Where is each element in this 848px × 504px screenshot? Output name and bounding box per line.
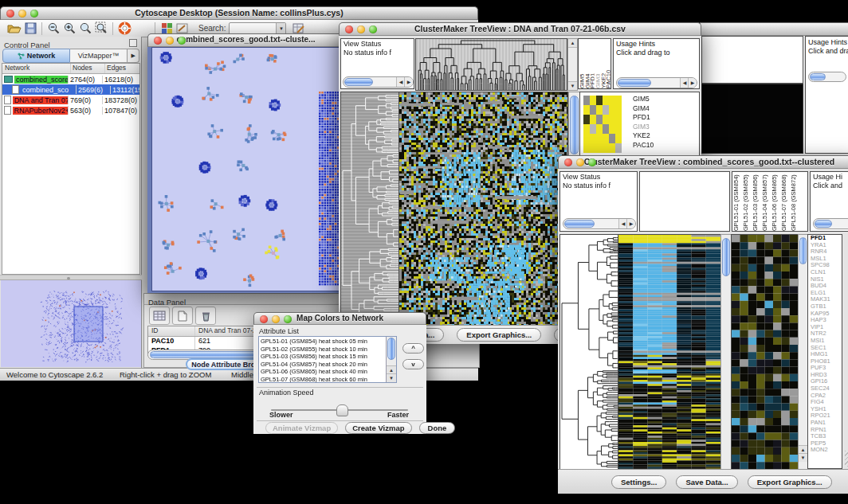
gene-label[interactable]: MON2 xyxy=(811,447,842,454)
tv1-column-label: GIM3 xyxy=(595,39,600,88)
resize-grip[interactable] xyxy=(845,451,848,467)
col-header-network[interactable]: Network xyxy=(2,64,71,73)
dp-col-id[interactable]: ID xyxy=(148,326,195,336)
attribute-list-item[interactable]: GPL51-02 (GSM855) heat shock 10 min xyxy=(261,346,396,354)
tv2-column-label: GPL51-04 (GSM857) xyxy=(761,172,771,231)
tv2-column-label: GPL51-07 (GSM868) xyxy=(780,172,790,231)
network-edges-count: 107847(0) xyxy=(103,107,139,115)
save-icon[interactable] xyxy=(22,21,38,37)
network-row[interactable]: combined_sco2569(6)13112(15) xyxy=(2,84,139,95)
tv1-mini-scrollbar[interactable]: ▲ ▼ xyxy=(567,38,578,91)
minimize-icon[interactable] xyxy=(576,158,584,166)
tv2-heatmap-vscrollbar[interactable] xyxy=(720,234,732,471)
tv2-row-dendrogram[interactable] xyxy=(559,234,619,471)
delete-attribute-icon[interactable] xyxy=(195,307,216,325)
float-panel-icon[interactable] xyxy=(129,39,137,47)
zoom-window-icon[interactable] xyxy=(369,25,377,33)
minimize-icon[interactable] xyxy=(18,10,26,18)
animate-vizmap-button[interactable]: Animate Vizmap xyxy=(265,422,338,434)
dialog-titlebar[interactable]: Map Colors to Network xyxy=(253,312,426,325)
zoom-in-icon[interactable] xyxy=(61,21,77,37)
attribute-list-item[interactable]: GPL51-06 (GSM865) heat shock 40 min xyxy=(261,368,396,376)
move-down-button[interactable]: v xyxy=(402,359,424,369)
minimize-icon[interactable] xyxy=(272,315,280,323)
tv1-column-dendrogram[interactable] xyxy=(415,38,567,91)
network-row[interactable]: RNAPuberNov2+563(0)107847(0) xyxy=(2,105,139,115)
network-row[interactable]: DNA and Tran 07769(0)183728(0) xyxy=(2,95,139,105)
search-label: Search: xyxy=(198,24,226,33)
close-icon[interactable] xyxy=(564,158,572,166)
tv1-column-label: PFD1 xyxy=(589,39,595,88)
treeview1-title: ClusterMaker TreeView : DNA and Tran 07-… xyxy=(340,24,701,33)
background-window-titlebar[interactable] xyxy=(700,22,848,36)
close-icon[interactable] xyxy=(6,10,14,18)
col-header-edges[interactable]: Edges xyxy=(105,64,139,73)
tv1-status-scrollbar[interactable]: ◀▶ xyxy=(343,76,414,88)
tv1-hints-scrollbar[interactable]: ◀▶ xyxy=(616,77,697,88)
main-titlebar[interactable]: Cytoscape Desktop (Session Name: collins… xyxy=(0,6,478,20)
col-header-nodes[interactable]: Nodes xyxy=(71,64,105,73)
zoom-window-icon[interactable] xyxy=(30,10,38,18)
create-vizmap-button[interactable]: Create Vizmap xyxy=(345,422,411,434)
network-window-titlebar[interactable]: combined_scores_good.txt--cluste... xyxy=(147,33,344,47)
close-icon[interactable] xyxy=(154,37,162,45)
search-dropdown-icon[interactable]: ▼ xyxy=(276,23,285,34)
attribute-list-item[interactable]: GPL51-03 (GSM856) heat shock 15 min xyxy=(261,353,396,361)
birdseye-view-canvas[interactable] xyxy=(1,280,141,367)
slider-thumb[interactable] xyxy=(336,404,348,416)
zoom-fit-icon[interactable] xyxy=(77,21,93,37)
zoom-window-icon[interactable] xyxy=(178,37,186,45)
tv2-view-status: View Status No status info f ◀▶ xyxy=(559,171,638,232)
tv2-button-bar: Settings...Save Data...Export Graphics..… xyxy=(558,469,848,494)
data-panel-title: Data Panel xyxy=(148,298,186,307)
zoom-window-icon[interactable] xyxy=(588,158,596,166)
network-row[interactable]: combined_scores2764(0)16218(0) xyxy=(2,74,139,84)
tab-vizmapper[interactable]: VizMapper™ xyxy=(70,49,128,63)
network-icon xyxy=(18,53,25,60)
panel-divider[interactable] xyxy=(0,275,142,280)
tv2-column-label: GPL51-06 (GSM865) xyxy=(771,172,780,231)
control-panel-tabs: Network VizMapper™ ▶ xyxy=(2,49,139,62)
slower-label: Slower xyxy=(269,411,293,419)
attribute-table-icon[interactable] xyxy=(149,307,170,325)
tv1-row-dendrogram[interactable] xyxy=(340,92,399,326)
status-welcome: Welcome to Cytoscape 2.6.2 xyxy=(6,370,103,379)
network-canvas[interactable] xyxy=(151,47,342,291)
tab-overflow-arrow[interactable]: ▶ xyxy=(128,49,139,63)
export-graphics-button[interactable]: Export Graphics... xyxy=(457,328,541,342)
tv2-zoom-heatmap[interactable] xyxy=(731,234,799,471)
minimize-icon[interactable] xyxy=(357,25,365,33)
attribute-list-item[interactable]: GPL51-01 (GSM854) heat shock 05 min xyxy=(261,338,396,346)
attribute-list-item[interactable]: GPL51-07 (GSM868) heat shock 60 min xyxy=(261,376,396,383)
tv1-summary-matrix[interactable] xyxy=(583,96,622,153)
zoom-selected-icon[interactable] xyxy=(93,21,109,37)
tv2-heatmap[interactable] xyxy=(618,234,721,471)
close-icon[interactable] xyxy=(345,25,353,33)
tv2-status-scrollbar[interactable]: ◀▶ xyxy=(563,218,636,229)
tv2-column-label: GPL51-02 (GSM855) xyxy=(742,172,752,231)
new-attribute-icon[interactable] xyxy=(172,307,193,325)
close-icon[interactable] xyxy=(260,315,268,323)
tab-network[interactable]: Network xyxy=(2,49,70,63)
settings-button[interactable]: Settings... xyxy=(611,475,666,489)
faster-label: Faster xyxy=(387,411,409,419)
save-data-button[interactable]: Save Data... xyxy=(676,475,737,489)
tv2-hints-scrollbar[interactable] xyxy=(813,218,848,229)
attribute-list-scrollbar[interactable]: ▲ ▼ xyxy=(386,337,396,382)
move-up-button[interactable]: ^ xyxy=(402,343,424,354)
window-controls[interactable] xyxy=(6,10,38,18)
attribute-listbox[interactable]: GPL51-01 (GSM854) heat shock 05 minGPL51… xyxy=(258,336,397,383)
zoom-window-icon[interactable] xyxy=(284,315,292,323)
open-file-icon[interactable] xyxy=(6,21,22,37)
zoom-out-icon[interactable] xyxy=(45,21,61,37)
tv1-heatmap[interactable] xyxy=(398,92,568,326)
help-lifering-icon[interactable] xyxy=(116,21,132,37)
background-hints-scrollbar[interactable] xyxy=(808,72,846,82)
done-button[interactable]: Done xyxy=(419,422,456,434)
export-graphics-button[interactable]: Export Graphics... xyxy=(748,475,832,489)
treeview2-titlebar[interactable]: ClusterMaker TreeView : combined_scores_… xyxy=(558,155,848,169)
treeview1-titlebar[interactable]: ClusterMaker TreeView : DNA and Tran 07-… xyxy=(339,22,701,36)
tv2-column-dendrogram[interactable] xyxy=(639,171,730,232)
minimize-icon[interactable] xyxy=(166,37,174,45)
attribute-list-item[interactable]: GPL51-04 (GSM857) heat shock 20 min xyxy=(261,361,396,369)
